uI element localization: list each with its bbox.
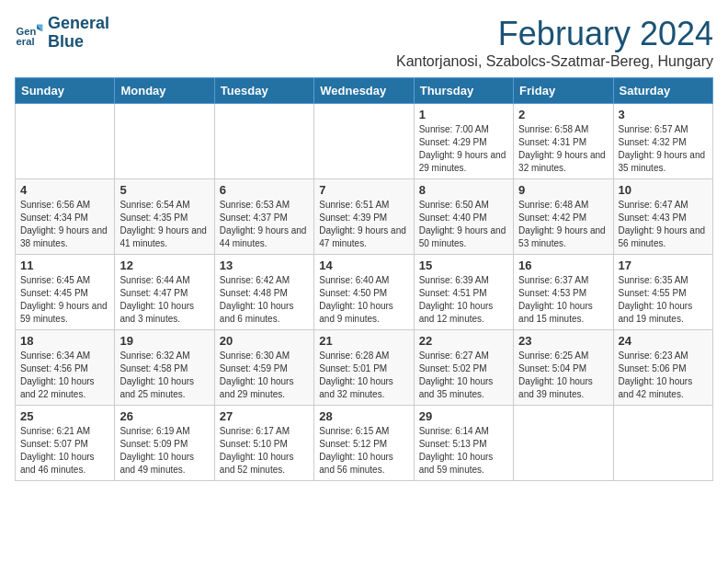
cell-date: 5 [119, 183, 209, 197]
calendar-cell: 28 Sunrise: 6:15 AMSunset: 5:12 PMDaylig… [314, 406, 414, 481]
calendar-cell: 4 Sunrise: 6:56 AMSunset: 4:34 PMDayligh… [16, 179, 115, 255]
cell-info: Sunrise: 6:56 AMSunset: 4:34 PMDaylight:… [20, 200, 108, 248]
calendar-day-header: Tuesday [214, 78, 313, 104]
calendar-cell: 3 Sunrise: 6:57 AMSunset: 4:32 PMDayligh… [613, 104, 712, 179]
calendar-cell: 26 Sunrise: 6:19 AMSunset: 5:09 PMDaylig… [115, 406, 214, 481]
calendar-cell: 9 Sunrise: 6:48 AMSunset: 4:42 PMDayligh… [514, 179, 613, 255]
title-section: February 2024 Kantorjanosi, Szabolcs-Sza… [396, 15, 713, 70]
calendar-cell: 22 Sunrise: 6:27 AMSunset: 5:02 PMDaylig… [414, 330, 513, 406]
calendar-cell: 1 Sunrise: 7:00 AMSunset: 4:29 PMDayligh… [414, 104, 513, 179]
calendar-cell: 20 Sunrise: 6:30 AMSunset: 4:59 PMDaylig… [214, 330, 313, 406]
calendar-cell: 29 Sunrise: 6:14 AMSunset: 5:13 PMDaylig… [414, 406, 513, 481]
calendar-cell: 24 Sunrise: 6:23 AMSunset: 5:06 PMDaylig… [613, 330, 712, 406]
cell-info: Sunrise: 6:21 AMSunset: 5:07 PMDaylight:… [20, 426, 95, 475]
cell-date: 1 [419, 108, 508, 121]
calendar-cell: 10 Sunrise: 6:47 AMSunset: 4:43 PMDaylig… [613, 179, 712, 255]
cell-info: Sunrise: 6:34 AMSunset: 4:56 PMDaylight:… [20, 350, 95, 399]
cell-date: 10 [619, 183, 708, 197]
calendar-cell: 18 Sunrise: 6:34 AMSunset: 4:56 PMDaylig… [16, 330, 115, 406]
svg-text:eral: eral [17, 36, 35, 47]
cell-info: Sunrise: 6:15 AMSunset: 5:12 PMDaylight:… [319, 426, 393, 475]
calendar-cell: 12 Sunrise: 6:44 AMSunset: 4:47 PMDaylig… [115, 255, 214, 330]
cell-date: 23 [518, 334, 608, 348]
calendar-cell: 16 Sunrise: 6:37 AMSunset: 4:53 PMDaylig… [514, 255, 613, 330]
calendar-day-header: Friday [514, 78, 613, 104]
calendar-cell: 27 Sunrise: 6:17 AMSunset: 5:10 PMDaylig… [214, 406, 313, 481]
cell-date: 11 [20, 259, 109, 272]
calendar-cell: 11 Sunrise: 6:45 AMSunset: 4:45 PMDaylig… [16, 255, 115, 330]
calendar-cell: 17 Sunrise: 6:35 AMSunset: 4:55 PMDaylig… [613, 255, 712, 330]
cell-date: 9 [518, 183, 608, 197]
cell-date: 14 [319, 259, 408, 272]
cell-info: Sunrise: 6:30 AMSunset: 4:59 PMDaylight:… [220, 350, 294, 399]
svg-text:Gen: Gen [17, 25, 37, 36]
calendar-day-header: Sunday [16, 78, 115, 104]
calendar-cell: 7 Sunrise: 6:51 AMSunset: 4:39 PMDayligh… [314, 179, 414, 255]
cell-date: 24 [619, 334, 708, 348]
cell-info: Sunrise: 6:42 AMSunset: 4:48 PMDaylight:… [220, 275, 294, 324]
calendar-cell [314, 104, 414, 179]
calendar-cell: 23 Sunrise: 6:25 AMSunset: 5:04 PMDaylig… [514, 330, 613, 406]
calendar-cell: 15 Sunrise: 6:39 AMSunset: 4:51 PMDaylig… [414, 255, 513, 330]
cell-date: 21 [319, 334, 408, 348]
calendar-day-header: Wednesday [314, 78, 414, 104]
cell-info: Sunrise: 6:19 AMSunset: 5:09 PMDaylight:… [119, 426, 194, 475]
cell-info: Sunrise: 6:53 AMSunset: 4:37 PMDaylight:… [220, 200, 307, 248]
calendar-cell [115, 104, 214, 179]
cell-date: 6 [220, 183, 309, 197]
cell-info: Sunrise: 6:23 AMSunset: 5:06 PMDaylight:… [619, 350, 693, 399]
calendar-cell: 13 Sunrise: 6:42 AMSunset: 4:48 PMDaylig… [214, 255, 313, 330]
calendar-table: SundayMondayTuesdayWednesdayThursdayFrid… [15, 77, 713, 481]
calendar-day-header: Saturday [613, 78, 712, 104]
cell-info: Sunrise: 6:28 AMSunset: 5:01 PMDaylight:… [319, 350, 393, 399]
calendar-cell: 19 Sunrise: 6:32 AMSunset: 4:58 PMDaylig… [115, 330, 214, 406]
calendar-cell: 21 Sunrise: 6:28 AMSunset: 5:01 PMDaylig… [314, 330, 414, 406]
cell-info: Sunrise: 6:37 AMSunset: 4:53 PMDaylight:… [518, 275, 593, 324]
cell-date: 27 [220, 409, 309, 423]
cell-info: Sunrise: 6:35 AMSunset: 4:55 PMDaylight:… [619, 275, 693, 324]
cell-date: 13 [220, 259, 309, 272]
cell-date: 28 [319, 409, 408, 423]
cell-info: Sunrise: 6:50 AMSunset: 4:40 PMDaylight:… [419, 200, 506, 248]
cell-date: 22 [419, 334, 508, 348]
calendar-cell [214, 104, 313, 179]
calendar-cell [514, 406, 613, 481]
cell-info: Sunrise: 6:51 AMSunset: 4:39 PMDaylight:… [319, 200, 406, 248]
cell-date: 4 [20, 183, 109, 197]
cell-date: 20 [220, 334, 309, 348]
header: Gen eral General Blue February 2024 Kant… [15, 15, 713, 70]
calendar-header-row: SundayMondayTuesdayWednesdayThursdayFrid… [16, 78, 713, 104]
calendar-cell: 25 Sunrise: 6:21 AMSunset: 5:07 PMDaylig… [16, 406, 115, 481]
cell-date: 18 [20, 334, 109, 348]
page-subtitle: Kantorjanosi, Szabolcs-Szatmar-Bereg, Hu… [396, 53, 713, 70]
calendar-cell: 6 Sunrise: 6:53 AMSunset: 4:37 PMDayligh… [214, 179, 313, 255]
calendar-day-header: Monday [115, 78, 214, 104]
cell-date: 26 [119, 409, 209, 423]
calendar-cell [16, 104, 115, 179]
cell-date: 2 [518, 108, 608, 121]
cell-date: 16 [518, 259, 608, 272]
calendar-day-header: Thursday [414, 78, 513, 104]
cell-date: 25 [20, 409, 109, 423]
cell-info: Sunrise: 6:17 AMSunset: 5:10 PMDaylight:… [220, 426, 294, 475]
cell-date: 17 [619, 259, 708, 272]
cell-date: 3 [619, 108, 708, 121]
logo: Gen eral General Blue [15, 15, 109, 52]
calendar-cell: 14 Sunrise: 6:40 AMSunset: 4:50 PMDaylig… [314, 255, 414, 330]
cell-info: Sunrise: 7:00 AMSunset: 4:29 PMDaylight:… [419, 124, 506, 173]
cell-info: Sunrise: 6:57 AMSunset: 4:32 PMDaylight:… [619, 124, 706, 173]
calendar-cell: 2 Sunrise: 6:58 AMSunset: 4:31 PMDayligh… [514, 104, 613, 179]
page-title: February 2024 [396, 15, 713, 53]
cell-info: Sunrise: 6:27 AMSunset: 5:02 PMDaylight:… [419, 350, 494, 399]
logo-icon: Gen eral [15, 18, 44, 48]
cell-info: Sunrise: 6:32 AMSunset: 4:58 PMDaylight:… [119, 350, 194, 399]
cell-date: 12 [119, 259, 209, 272]
cell-info: Sunrise: 6:44 AMSunset: 4:47 PMDaylight:… [119, 275, 194, 324]
calendar-cell: 5 Sunrise: 6:54 AMSunset: 4:35 PMDayligh… [115, 179, 214, 255]
cell-info: Sunrise: 6:48 AMSunset: 4:42 PMDaylight:… [518, 200, 606, 248]
cell-info: Sunrise: 6:39 AMSunset: 4:51 PMDaylight:… [419, 275, 494, 324]
calendar-cell [613, 406, 712, 481]
logo-text: General Blue [48, 15, 109, 52]
cell-info: Sunrise: 6:47 AMSunset: 4:43 PMDaylight:… [619, 200, 706, 248]
cell-info: Sunrise: 6:54 AMSunset: 4:35 PMDaylight:… [119, 200, 207, 248]
